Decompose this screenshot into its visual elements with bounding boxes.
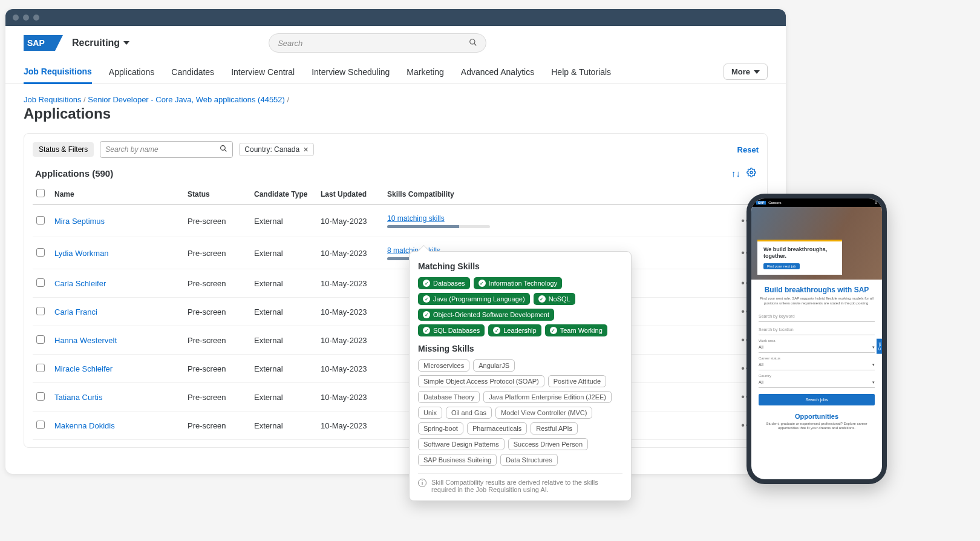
cell-candidate-type: External: [250, 237, 317, 269]
select-all-checkbox[interactable]: [36, 189, 45, 197]
col-skills[interactable]: Skills Compatibility: [384, 184, 734, 205]
hero-cta-button[interactable]: Find your next job: [763, 263, 800, 269]
table-title: Applications (590): [35, 168, 113, 179]
tab-applications[interactable]: Applications: [109, 61, 155, 83]
table-row: Carla Schleifer Pre-screen External 10-M…: [33, 269, 759, 298]
cell-status: Pre-screen: [184, 205, 250, 237]
cell-candidate-type: External: [250, 298, 317, 326]
location-input[interactable]: Search by location: [759, 324, 875, 335]
window-close-dot[interactable]: [13, 15, 19, 21]
candidate-name-link[interactable]: Carla Franci: [54, 307, 97, 316]
col-name[interactable]: Name: [51, 184, 184, 205]
table-row: Makenna Dokidis Pre-screen External 10-M…: [33, 411, 759, 440]
chevron-down-icon: ▾: [872, 380, 875, 385]
applications-table: Name Status Candidate Type Last Updated …: [33, 184, 759, 440]
cell-status: Pre-screen: [184, 355, 250, 383]
app-name: Recruiting: [72, 38, 120, 48]
crumb-item[interactable]: Senior Developer - Core Java, Web applic…: [88, 95, 285, 104]
tab-candidates[interactable]: Candidates: [171, 61, 214, 83]
skill-pill-matching: Leadership: [488, 324, 541, 336]
cell-candidate-type: External: [250, 355, 317, 383]
cell-last-updated: 10-May-2023: [317, 383, 384, 411]
row-checkbox[interactable]: [36, 248, 45, 257]
row-checkbox[interactable]: [36, 335, 45, 344]
top-bar: SAP Recruiting Search: [5, 26, 786, 60]
name-search-input[interactable]: Search by name: [100, 141, 233, 158]
candidate-name-link[interactable]: Tatiana Curtis: [54, 393, 102, 402]
cell-candidate-type: External: [250, 205, 317, 237]
career-status-select[interactable]: All▾: [759, 360, 875, 370]
menu-icon[interactable]: ≡: [875, 201, 877, 205]
cell-last-updated: 10-May-2023: [317, 269, 384, 298]
sap-logo[interactable]: SAP: [24, 35, 55, 51]
cell-last-updated: 10-May-2023: [317, 237, 384, 269]
skill-pill-missing: Success Driven Person: [508, 438, 588, 450]
tab-advanced-analytics[interactable]: Advanced Analytics: [461, 61, 534, 83]
skills-link[interactable]: 10 matching skills: [387, 214, 445, 223]
more-button[interactable]: More: [724, 64, 768, 80]
tab-interview-central[interactable]: Interview Central: [231, 61, 295, 83]
cell-candidate-type: External: [250, 269, 317, 298]
skill-pill-missing: SAP Business Suiteing: [418, 454, 497, 466]
app-switcher[interactable]: Recruiting: [72, 38, 129, 48]
svg-point-4: [750, 171, 753, 174]
skill-pill-missing: Restful APIs: [531, 422, 578, 434]
candidate-name-link[interactable]: Miracle Schleifer: [54, 364, 113, 373]
window-titlebar: [5, 9, 786, 26]
popover-footer-text: Skill Compatibility results are derived …: [431, 479, 622, 493]
sort-icon[interactable]: ↑↓: [731, 168, 740, 179]
phone-header: SAP Careers ≡: [751, 198, 882, 207]
table-row: Lydia Workman Pre-screen External 10-May…: [33, 237, 759, 269]
candidate-name-link[interactable]: Makenna Dokidis: [54, 421, 115, 430]
reset-link[interactable]: Reset: [737, 145, 759, 154]
row-checkbox[interactable]: [36, 216, 45, 225]
keyword-input[interactable]: Search by keyword: [759, 311, 875, 322]
filter-chip-country[interactable]: Country: Canada ✕: [239, 143, 314, 156]
settings-gear-icon[interactable]: [746, 168, 756, 179]
col-status[interactable]: Status: [184, 184, 250, 205]
skill-pill-missing: Microservices: [418, 359, 469, 372]
svg-line-1: [474, 43, 477, 45]
tab-marketing[interactable]: Marketing: [407, 61, 443, 83]
search-jobs-button[interactable]: Search jobs: [759, 394, 875, 405]
hero-card: We build breakthroughs, together. Find y…: [757, 240, 842, 275]
candidate-name-link[interactable]: Carla Schleifer: [54, 279, 106, 288]
row-checkbox[interactable]: [36, 364, 45, 372]
cell-candidate-type: External: [250, 383, 317, 411]
phone-hero: We build breakthroughs, together. Find y…: [751, 207, 882, 280]
global-search[interactable]: Search: [269, 33, 486, 53]
svg-line-3: [224, 149, 226, 151]
tab-job-requisitions[interactable]: Job Requisitions: [24, 61, 92, 84]
tab-help-tutorials[interactable]: Help & Tutorials: [551, 61, 611, 83]
skill-pill-missing: Java Platform Enterprise Edition (J2EE): [483, 391, 612, 403]
row-checkbox[interactable]: [36, 392, 45, 401]
crumb-root[interactable]: Job Requisitions: [24, 95, 81, 104]
candidate-name-link[interactable]: Lydia Workman: [54, 249, 109, 258]
cell-status: Pre-screen: [184, 383, 250, 411]
opportunities-title: Opportunities: [759, 413, 875, 420]
skill-pill-matching: Information Technology: [474, 277, 563, 289]
cell-last-updated: 10-May-2023: [317, 205, 384, 237]
candidate-name-link[interactable]: Mira Septimus: [54, 217, 105, 226]
candidate-name-link[interactable]: Hanna Westervelt: [54, 336, 117, 345]
close-icon[interactable]: ✕: [303, 146, 309, 154]
window-min-dot[interactable]: [23, 15, 29, 21]
row-checkbox[interactable]: [36, 307, 45, 315]
chat-side-tab[interactable]: Chat: [877, 339, 883, 354]
matching-skills-list: DatabasesInformation TechnologyJava (Pro…: [418, 277, 622, 336]
country-select[interactable]: All▾: [759, 378, 875, 388]
table-row: Hanna Westervelt Pre-screen External 10-…: [33, 326, 759, 355]
skill-pill-missing: Model View Controller (MVC): [495, 407, 592, 419]
skill-pill-matching: Databases: [418, 277, 470, 289]
work-area-select[interactable]: All▾: [759, 343, 875, 353]
tab-interview-scheduling[interactable]: Interview Scheduling: [312, 61, 390, 83]
row-checkbox[interactable]: [36, 421, 45, 429]
window-max-dot[interactable]: [33, 15, 39, 21]
cell-candidate-type: External: [250, 411, 317, 440]
status-filters-button[interactable]: Status & Filters: [33, 142, 94, 157]
col-last-updated[interactable]: Last Updated: [317, 184, 384, 205]
row-checkbox[interactable]: [36, 278, 45, 287]
page-title: Applications: [5, 104, 786, 133]
table-header-row: Applications (590) ↑↓: [33, 158, 759, 184]
col-candidate-type[interactable]: Candidate Type: [250, 184, 317, 205]
